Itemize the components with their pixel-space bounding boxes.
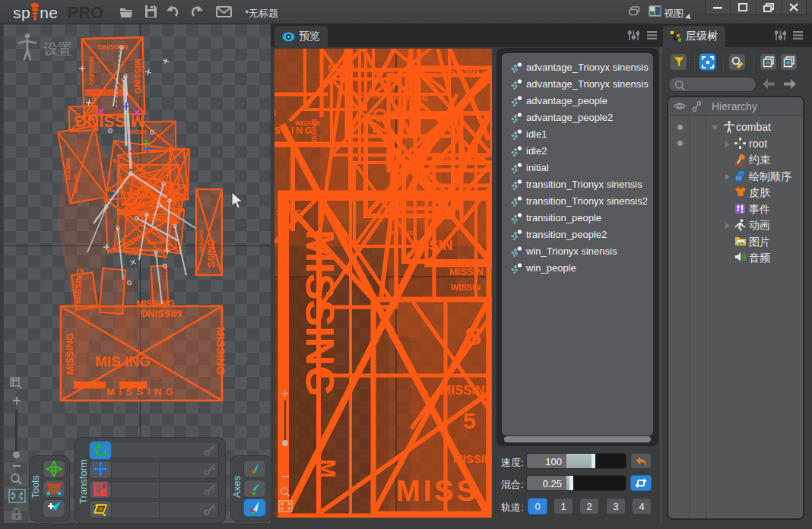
svg-text:MISSI: MISSI: [328, 62, 354, 74]
svg-text:MISSING: MISSING: [74, 173, 78, 193]
svg-text:NISSIM: NISSIM: [294, 511, 347, 518]
svg-text:NISSIW: NISSIW: [147, 240, 163, 245]
svg-text:MISS: MISS: [396, 475, 479, 507]
svg-text:MISSING: MISSING: [354, 91, 386, 100]
svg-text:MISSIN: MISSIN: [453, 452, 492, 465]
svg-text:MISSING: MISSING: [214, 327, 227, 375]
svg-text:MISSING: MISSING: [389, 230, 414, 236]
svg-text:WISSIM: WISSIM: [295, 119, 320, 127]
svg-text:MISSING: MISSING: [140, 308, 182, 319]
svg-text:MISSING: MISSING: [425, 214, 454, 221]
svg-text:MISSING: MISSING: [136, 299, 175, 309]
svg-text:ISSIN: ISSIN: [415, 237, 453, 253]
svg-text:WISSIN: WISSIN: [129, 129, 147, 135]
svg-text:WISSIN: WISSIN: [451, 283, 481, 292]
svg-text:MISSIN: MISSIN: [449, 266, 484, 277]
svg-text:MISSING: MISSING: [87, 56, 95, 85]
svg-text:MIS ING: MIS ING: [95, 353, 151, 369]
svg-text:ISSIM: ISSIM: [274, 107, 276, 118]
svg-text:ISSWG: ISSWG: [443, 65, 487, 79]
svg-text:WISNGE: WISNGE: [389, 91, 429, 103]
svg-text:MISSING: MISSING: [198, 230, 204, 252]
svg-text:SSING: SSING: [276, 208, 302, 217]
svg-text:5: 5: [463, 408, 476, 433]
svg-text:MISSING: MISSING: [436, 154, 487, 166]
svg-text:MISSING: MISSING: [298, 230, 342, 397]
svg-text:OZ: OZ: [370, 108, 390, 133]
svg-text:MISSING: MISSING: [133, 59, 142, 93]
svg-text:M: M: [316, 459, 341, 478]
svg-text:MISSING: MISSING: [65, 157, 71, 180]
svg-text:MISSIN: MISSIN: [440, 383, 485, 398]
svg-text:S: S: [465, 322, 482, 350]
svg-text:MISSING: MISSING: [64, 333, 75, 375]
svg-text:SSING: SSING: [206, 239, 217, 268]
